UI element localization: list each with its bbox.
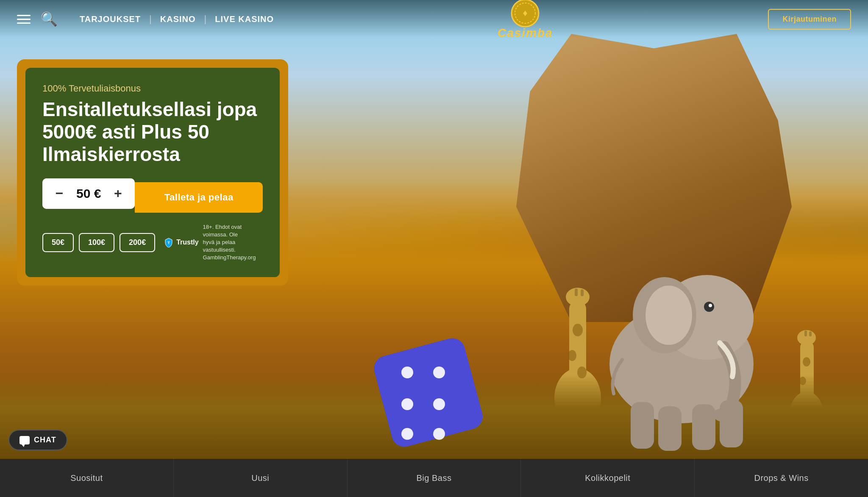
bottom-nav-label-drops-wins: Drops & Wins [754, 473, 808, 483]
svg-point-3 [645, 286, 692, 345]
search-icon[interactable]: 🔍 [41, 11, 58, 27]
dice-illustration [373, 330, 492, 459]
navbar-center: ♦ Casimba [282, 0, 768, 40]
svg-text:♦: ♦ [523, 8, 528, 18]
promo-subtitle: 100% Tervetuliaisbonus [42, 83, 263, 94]
bottom-navigation: Suositut Uusi Big Bass Kolikkopelit Drop… [0, 459, 868, 497]
nav-links: TARJOUKSET | KASINO | LIVE KASINO [71, 14, 282, 25]
svg-point-24 [803, 357, 810, 367]
stepper-value: 50 € [76, 186, 101, 201]
svg-rect-7 [658, 406, 682, 451]
logo-area[interactable]: ♦ Casimba [498, 0, 553, 40]
svg-rect-19 [575, 289, 578, 296]
quick-amount-100[interactable]: 100€ [79, 233, 114, 252]
amount-stepper: − 50 € + [42, 178, 135, 209]
trustly-area: T Trustly 18+. Ehdot ovat voimassa. Ole … [164, 223, 263, 262]
bottom-nav-label-kolikkopelit: Kolikkopelit [585, 473, 630, 483]
stepper-increase-button[interactable]: + [101, 178, 135, 209]
hamburger-menu-icon[interactable] [17, 15, 31, 24]
svg-point-36 [433, 398, 445, 410]
svg-rect-32 [373, 336, 485, 450]
bottom-nav-label-uusi: Uusi [251, 473, 269, 483]
nav-link-live-kasino[interactable]: LIVE KASINO [206, 14, 282, 24]
navbar-right: Kirjautuminen [768, 9, 851, 30]
svg-text:T: T [167, 241, 170, 245]
elephant-illustration [580, 233, 783, 455]
bottom-nav-big-bass[interactable]: Big Bass [348, 459, 521, 497]
svg-point-33 [401, 367, 413, 378]
svg-point-4 [704, 302, 714, 312]
svg-point-37 [401, 428, 413, 440]
promo-title: Ensitalletuksellasi jopa 5000€ asti Plus… [42, 98, 263, 166]
bottom-nav-uusi[interactable]: Uusi [174, 459, 348, 497]
svg-rect-9 [720, 400, 743, 447]
promo-card-inner: 100% Tervetuliaisbonus Ensitalletuksella… [25, 68, 280, 277]
trustly-logo: T Trustly [164, 237, 198, 247]
svg-point-34 [433, 367, 445, 378]
stepper-row: − 50 € + Talleta ja pelaa [42, 178, 263, 217]
promo-card: 100% Tervetuliaisbonus Ensitalletuksella… [17, 59, 288, 286]
deposit-button[interactable]: Talleta ja pelaa [135, 182, 263, 213]
login-button[interactable]: Kirjautuminen [768, 9, 851, 30]
svg-rect-30 [809, 331, 812, 336]
chat-button[interactable]: CHAT [8, 430, 67, 450]
logo-text: Casimba [498, 26, 553, 40]
bottom-nav-drops-wins[interactable]: Drops & Wins [695, 459, 868, 497]
trustly-text: Trustly [176, 239, 198, 246]
disclaimer-text: 18+. Ehdot ovat voimassa. Ole hyvä ja pe… [203, 223, 263, 262]
stepper-decrease-button[interactable]: − [42, 178, 76, 209]
svg-point-14 [568, 350, 576, 361]
svg-point-35 [401, 398, 413, 410]
quick-amount-50[interactable]: 50€ [42, 233, 74, 252]
svg-rect-29 [804, 330, 807, 336]
svg-rect-8 [692, 404, 715, 450]
logo-emblem-icon: ♦ [510, 0, 540, 28]
bottom-nav-label-big-bass: Big Bass [417, 473, 452, 483]
nav-link-tarjoukset[interactable]: TARJOUKSET [71, 14, 149, 24]
navbar: 🔍 TARJOUKSET | KASINO | LIVE KASINO ♦ Ca… [0, 0, 868, 38]
bottom-nav-suositut[interactable]: Suositut [0, 459, 174, 497]
bottom-nav-label-suositut: Suositut [70, 473, 103, 483]
svg-rect-6 [631, 402, 654, 449]
trustly-icon: T [164, 237, 174, 247]
svg-point-5 [709, 304, 712, 307]
navbar-left: 🔍 TARJOUKSET | KASINO | LIVE KASINO [17, 11, 282, 27]
bottom-nav-kolikkopelit[interactable]: Kolikkopelit [521, 459, 695, 497]
quick-amount-200[interactable]: 200€ [120, 233, 155, 252]
nav-link-kasino[interactable]: KASINO [152, 14, 204, 24]
chat-icon [19, 436, 30, 444]
chat-label: CHAT [34, 436, 56, 444]
svg-point-38 [433, 428, 445, 440]
gambling-therapy-link[interactable]: GamblingTherapy.org [203, 254, 256, 261]
quick-amounts-row: 50€ 100€ 200€ T Trustly 18+. Ehdot ovat … [42, 223, 263, 262]
